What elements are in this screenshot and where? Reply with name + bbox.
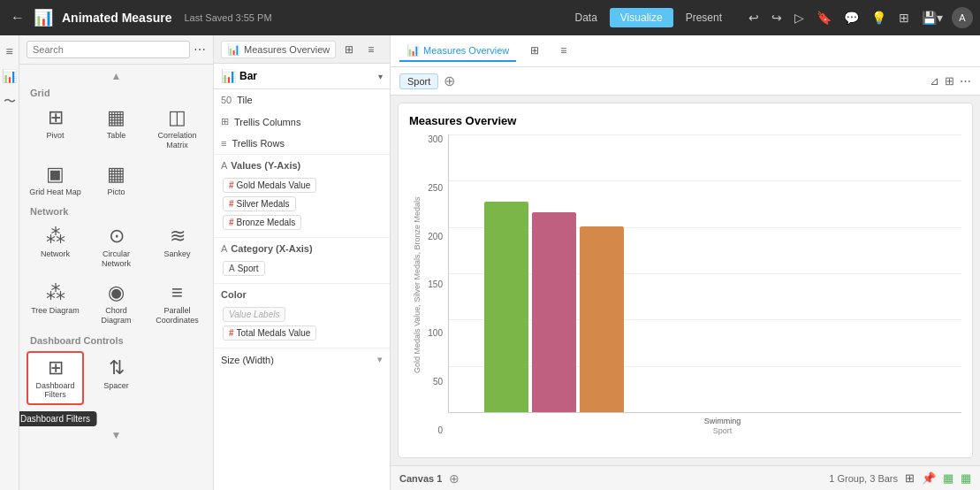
viz-item-parallel-coordinates[interactable]: ≡ Parallel Coordinates	[148, 277, 206, 330]
filter-grid-icon[interactable]: ⊞	[945, 74, 954, 88]
back-button[interactable]: ←	[7, 6, 28, 29]
viz-item-spacer[interactable]: ⇅ Spacer	[87, 351, 145, 406]
viz-topbar: 📊 Measures Overview ⊞ ≡	[391, 35, 980, 67]
silver-medals-tag[interactable]: # Silver Medals	[223, 196, 296, 211]
dashboard-filters-icon: ⊞	[48, 356, 64, 379]
viz-tab-list-icon: ≡	[560, 44, 566, 57]
viz-item-circular-network[interactable]: ⊙ Circular Network	[87, 220, 145, 273]
x-axis-label: Category (X-Axis)	[231, 243, 312, 254]
viz-item-correlation-matrix[interactable]: ◫ Correlation Matrix	[148, 102, 206, 155]
play-button[interactable]: ▷	[791, 9, 808, 27]
correlation-matrix-icon: ◫	[168, 106, 186, 129]
spacer-icon: ⇅	[109, 356, 125, 379]
y-axis-section: A Values (Y-Axis) # Gold Medals Value # …	[214, 155, 390, 238]
viz-tab-grid[interactable]: ⊞	[523, 41, 546, 62]
bar-count-info: 1 Group, 3 Bars	[829, 473, 898, 484]
viz-item-picto[interactable]: ▦ Picto	[87, 158, 145, 202]
silver-medals-hash-icon: #	[229, 199, 234, 209]
redo-button[interactable]: ↪	[768, 9, 786, 27]
config-tile-item[interactable]: 50 Tile	[214, 89, 390, 111]
tab-visualize[interactable]: Visualize	[610, 8, 673, 27]
parallel-coordinates-label: Parallel Coordinates	[151, 306, 203, 325]
y-axis-ticks: 300 250 200 150 100 50 0	[422, 134, 448, 435]
viz-item-sankey[interactable]: ≋ Sankey	[148, 220, 206, 273]
bookmark-button[interactable]: 🔖	[813, 9, 835, 27]
viz-tab-measures-overview[interactable]: 📊 Measures Overview	[399, 41, 516, 62]
bottom-grid-icon[interactable]: ⊞	[905, 471, 915, 485]
correlation-matrix-label: Correlation Matrix	[151, 131, 203, 150]
x-axis-section: A Category (X-Axis) A Sport	[214, 238, 390, 284]
lightbulb-button[interactable]: 💡	[868, 9, 890, 27]
picto-label: Picto	[107, 188, 125, 197]
sankey-icon: ≋	[170, 225, 186, 248]
undo-button[interactable]: ↩	[745, 9, 763, 27]
sport-tag[interactable]: A Sport	[223, 261, 265, 276]
scroll-down-arrow[interactable]: ▼	[23, 427, 209, 443]
viz-tab-list[interactable]: ≡	[553, 41, 574, 62]
viz-item-table[interactable]: ▦ Table	[87, 102, 145, 155]
comment-button[interactable]: 💬	[840, 9, 862, 27]
dashboard-controls-items: ⊞ Dashboard Filters Dashboard Filters ⇅ …	[23, 348, 209, 410]
avatar[interactable]: A	[952, 7, 973, 28]
chord-diagram-icon: ◉	[108, 281, 125, 304]
config-tab-list[interactable]: ≡	[362, 42, 379, 57]
sport-filter-tag[interactable]: Sport	[399, 73, 438, 89]
y-axis-tags: # Gold Medals Value # Silver Medals # Br…	[221, 176, 383, 232]
viz-item-grid-heat-map[interactable]: ▣ Grid Heat Map	[27, 158, 84, 202]
viz-item-pivot[interactable]: ⊞ Pivot	[27, 102, 84, 155]
gold-medals-tag[interactable]: # Gold Medals Value	[223, 178, 316, 193]
value-labels-tag[interactable]: Value Labels	[223, 307, 285, 322]
y-axis-label: Values (Y-Axis)	[231, 160, 300, 171]
viz-item-network[interactable]: ⁂ Network	[27, 220, 84, 273]
size-width-section[interactable]: Size (Width) ▾	[214, 348, 390, 371]
gold-medals-label: Gold Medals Value	[237, 180, 311, 190]
tab-data[interactable]: Data	[564, 8, 607, 27]
config-tab-measures-overview[interactable]: 📊 Measures Overview	[221, 41, 336, 58]
scroll-up-arrow[interactable]: ▲	[23, 68, 209, 84]
sport-a-icon: A	[229, 264, 235, 273]
panel-icon-menu[interactable]: ≡	[4, 42, 14, 60]
pivot-icon: ⊞	[48, 106, 64, 129]
y-tick-50: 50	[433, 377, 443, 387]
viz-tab-label: Measures Overview	[423, 45, 509, 56]
viz-item-chord-diagram[interactable]: ◉ Chord Diagram	[87, 277, 145, 330]
filter-more-icon[interactable]: ⋯	[960, 74, 971, 88]
config-tab-grid[interactable]: ⊞	[339, 42, 359, 57]
y-tick-150: 150	[428, 279, 443, 289]
filter-add-icon[interactable]: ⊕	[444, 73, 455, 89]
viz-item-dashboard-filters[interactable]: ⊞ Dashboard Filters	[27, 351, 84, 406]
bronze-medals-tag[interactable]: # Bronze Medals	[223, 215, 301, 230]
size-width-label: Size (Width)	[221, 355, 274, 365]
value-labels-label: Value Labels	[229, 310, 279, 319]
bottom-green-icon-2[interactable]: ▦	[961, 471, 971, 485]
config-list-items-section: 50 Tile ⊞ Trellis Columns ≡ Trellis Rows	[214, 89, 390, 155]
bottom-green-icon-1[interactable]: ▦	[943, 471, 953, 485]
save-button[interactable]: 💾▾	[918, 9, 946, 27]
canvas-add-icon[interactable]: ⊕	[449, 471, 460, 486]
x-axis-tags: A Sport	[221, 259, 383, 278]
filter-funnel-icon[interactable]: ⊿	[930, 74, 939, 88]
total-medals-tag[interactable]: # Total Medals Value	[223, 325, 316, 341]
panel-icon-chart[interactable]: 📊	[0, 67, 19, 85]
tab-present[interactable]: Present	[675, 8, 733, 27]
grid-button[interactable]: ⊞	[895, 9, 913, 27]
main-layout: ≡ 📊 〜 ⋯ ▲ Grid ⊞ Pivot ▦ Table	[0, 35, 980, 490]
viz-item-tree-diagram[interactable]: ⁂ Tree Diagram	[27, 277, 84, 330]
bar-group-swimming	[484, 202, 624, 412]
grid-heat-map-label: Grid Heat Map	[29, 188, 81, 197]
bottom-pin-icon[interactable]: 📌	[922, 471, 936, 485]
config-trellis-columns-item[interactable]: ⊞ Trellis Columns	[214, 111, 390, 133]
chart-title: Measures Overview	[409, 114, 961, 127]
panel-icon-wave[interactable]: 〜	[2, 92, 18, 111]
chart-type-selector[interactable]: 📊 Bar ▾	[214, 64, 390, 89]
x-axis-labels: Swimming Sport	[448, 413, 961, 435]
viz-scroll-area: ▲ Grid ⊞ Pivot ▦ Table ◫ Correlation Mat…	[19, 65, 213, 490]
y-axis-title: Gold Medals Value, Silver Medals, Bronze…	[409, 134, 422, 435]
config-scroll-area: 50 Tile ⊞ Trellis Columns ≡ Trellis Rows…	[214, 89, 390, 490]
main-tabs: Data Visualize Present	[564, 8, 733, 27]
config-tabs-bar: 📊 Measures Overview ⊞ ≡	[214, 35, 390, 64]
spacer-label: Spacer	[103, 381, 129, 391]
config-trellis-rows-item[interactable]: ≡ Trellis Rows	[214, 133, 390, 154]
search-input[interactable]	[27, 41, 190, 58]
search-more-icon[interactable]: ⋯	[194, 42, 206, 57]
